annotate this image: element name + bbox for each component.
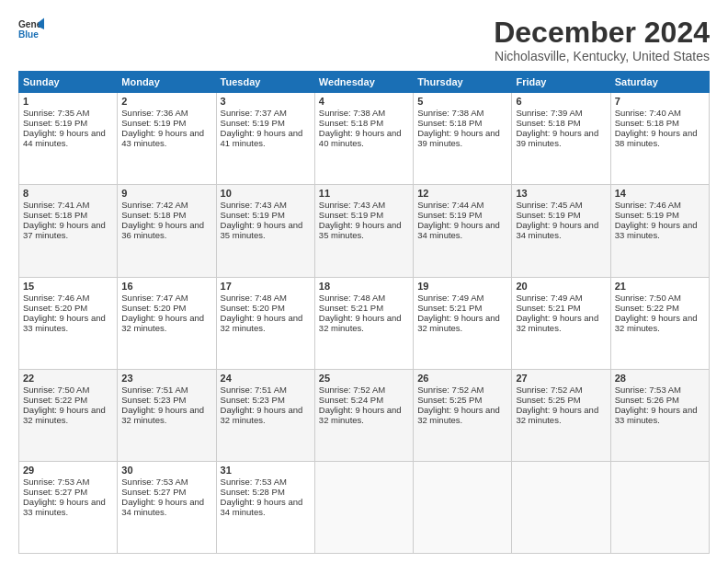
- sunrise-label: Sunrise: 7:52 AM: [516, 385, 582, 395]
- day-number: 16: [121, 281, 211, 292]
- daylight-label: Daylight: 9 hours and 32 minutes.: [516, 313, 598, 333]
- daylight-label: Daylight: 9 hours and 40 minutes.: [319, 128, 402, 148]
- day-number: 2: [121, 96, 211, 107]
- sunset-label: Sunset: 5:20 PM: [121, 303, 186, 313]
- daylight-label: Daylight: 9 hours and 38 minutes.: [615, 128, 698, 148]
- day-number: 23: [121, 373, 211, 384]
- daylight-label: Daylight: 9 hours and 35 minutes.: [319, 220, 402, 240]
- day-number: 11: [319, 188, 409, 199]
- day-number: 27: [516, 373, 606, 384]
- daylight-label: Daylight: 9 hours and 39 minutes.: [417, 128, 500, 148]
- day-number: 18: [319, 281, 409, 292]
- daylight-label: Daylight: 9 hours and 33 minutes.: [23, 497, 106, 517]
- day-number: 22: [23, 373, 113, 384]
- daylight-label: Daylight: 9 hours and 32 minutes.: [516, 405, 598, 425]
- table-row: 16Sunrise: 7:47 AMSunset: 5:20 PMDayligh…: [118, 277, 216, 369]
- sunrise-label: Sunrise: 7:48 AM: [221, 293, 287, 303]
- day-number: 12: [417, 188, 507, 199]
- sunrise-label: Sunrise: 7:49 AM: [516, 293, 582, 303]
- logo: General Blue: [18, 17, 44, 42]
- sunset-label: Sunset: 5:27 PM: [121, 487, 186, 497]
- sunrise-label: Sunrise: 7:39 AM: [516, 108, 582, 118]
- col-monday: Monday: [118, 72, 216, 93]
- calendar-week-row: 29Sunrise: 7:53 AMSunset: 5:27 PMDayligh…: [19, 461, 710, 553]
- sunrise-label: Sunrise: 7:38 AM: [319, 108, 385, 118]
- sunset-label: Sunset: 5:18 PM: [417, 118, 482, 128]
- daylight-label: Daylight: 9 hours and 32 minutes.: [319, 313, 402, 333]
- sunrise-label: Sunrise: 7:52 AM: [417, 385, 483, 395]
- day-number: 3: [221, 96, 311, 107]
- table-row: 3Sunrise: 7:37 AMSunset: 5:19 PMDaylight…: [216, 93, 314, 185]
- main-title: December 2024: [494, 17, 710, 49]
- generalblue-logo-icon: General Blue: [18, 17, 44, 42]
- sunrise-label: Sunrise: 7:50 AM: [615, 293, 681, 303]
- sunrise-label: Sunrise: 7:51 AM: [221, 385, 287, 395]
- table-row: 30Sunrise: 7:53 AMSunset: 5:27 PMDayligh…: [118, 461, 216, 553]
- table-row: 12Sunrise: 7:44 AMSunset: 5:19 PMDayligh…: [414, 185, 512, 277]
- daylight-label: Daylight: 9 hours and 39 minutes.: [516, 128, 598, 148]
- sunset-label: Sunset: 5:18 PM: [516, 118, 580, 128]
- sunrise-label: Sunrise: 7:46 AM: [23, 293, 89, 303]
- sunrise-label: Sunrise: 7:37 AM: [221, 108, 287, 118]
- sunrise-label: Sunrise: 7:47 AM: [121, 293, 188, 303]
- table-row: 10Sunrise: 7:43 AMSunset: 5:19 PMDayligh…: [216, 185, 314, 277]
- day-number: 24: [221, 373, 311, 384]
- daylight-label: Daylight: 9 hours and 32 minutes.: [319, 405, 402, 425]
- daylight-label: Daylight: 9 hours and 32 minutes.: [417, 405, 500, 425]
- table-row: [610, 461, 709, 553]
- table-row: 14Sunrise: 7:46 AMSunset: 5:19 PMDayligh…: [610, 185, 709, 277]
- day-number: 8: [23, 188, 113, 199]
- title-block: December 2024 Nicholasville, Kentucky, U…: [494, 17, 710, 63]
- daylight-label: Daylight: 9 hours and 32 minutes.: [417, 313, 500, 333]
- table-row: 29Sunrise: 7:53 AMSunset: 5:27 PMDayligh…: [19, 461, 118, 553]
- table-row: 25Sunrise: 7:52 AMSunset: 5:24 PMDayligh…: [314, 369, 413, 461]
- sunset-label: Sunset: 5:21 PM: [417, 303, 482, 313]
- sunrise-label: Sunrise: 7:35 AM: [23, 108, 89, 118]
- sunset-label: Sunset: 5:19 PM: [615, 210, 679, 220]
- day-number: 6: [516, 96, 606, 107]
- sunrise-label: Sunrise: 7:52 AM: [319, 385, 385, 395]
- table-row: 15Sunrise: 7:46 AMSunset: 5:20 PMDayligh…: [19, 277, 118, 369]
- day-number: 31: [221, 465, 311, 476]
- sunrise-label: Sunrise: 7:53 AM: [121, 477, 188, 487]
- table-row: 18Sunrise: 7:48 AMSunset: 5:21 PMDayligh…: [314, 277, 413, 369]
- daylight-label: Daylight: 9 hours and 32 minutes.: [221, 313, 303, 333]
- sunset-label: Sunset: 5:25 PM: [417, 395, 482, 405]
- col-friday: Friday: [512, 72, 610, 93]
- day-number: 15: [23, 281, 113, 292]
- daylight-label: Daylight: 9 hours and 33 minutes.: [23, 313, 106, 333]
- daylight-label: Daylight: 9 hours and 35 minutes.: [221, 220, 303, 240]
- sunrise-label: Sunrise: 7:53 AM: [615, 385, 681, 395]
- sunrise-label: Sunrise: 7:43 AM: [319, 200, 385, 210]
- day-number: 29: [23, 465, 113, 476]
- sunrise-label: Sunrise: 7:38 AM: [417, 108, 483, 118]
- sunrise-label: Sunrise: 7:43 AM: [221, 200, 287, 210]
- calendar-week-row: 15Sunrise: 7:46 AMSunset: 5:20 PMDayligh…: [19, 277, 710, 369]
- sunset-label: Sunset: 5:19 PM: [221, 210, 285, 220]
- page: General Blue December 2024 Nicholasville…: [0, 0, 728, 563]
- col-tuesday: Tuesday: [216, 72, 314, 93]
- sunrise-label: Sunrise: 7:53 AM: [23, 477, 89, 487]
- sunset-label: Sunset: 5:19 PM: [121, 118, 186, 128]
- table-row: 22Sunrise: 7:50 AMSunset: 5:22 PMDayligh…: [19, 369, 118, 461]
- sunrise-label: Sunrise: 7:48 AM: [319, 293, 385, 303]
- table-row: 13Sunrise: 7:45 AMSunset: 5:19 PMDayligh…: [512, 185, 610, 277]
- col-sunday: Sunday: [19, 72, 118, 93]
- day-number: 4: [319, 96, 409, 107]
- daylight-label: Daylight: 9 hours and 32 minutes.: [615, 313, 698, 333]
- daylight-label: Daylight: 9 hours and 37 minutes.: [23, 220, 106, 240]
- sunrise-label: Sunrise: 7:45 AM: [516, 200, 582, 210]
- table-row: 28Sunrise: 7:53 AMSunset: 5:26 PMDayligh…: [610, 369, 709, 461]
- calendar-week-row: 22Sunrise: 7:50 AMSunset: 5:22 PMDayligh…: [19, 369, 710, 461]
- sunset-label: Sunset: 5:23 PM: [221, 395, 285, 405]
- sunrise-label: Sunrise: 7:49 AM: [417, 293, 483, 303]
- sunrise-label: Sunrise: 7:40 AM: [615, 108, 681, 118]
- table-row: 2Sunrise: 7:36 AMSunset: 5:19 PMDaylight…: [118, 93, 216, 185]
- table-row: 11Sunrise: 7:43 AMSunset: 5:19 PMDayligh…: [314, 185, 413, 277]
- day-number: 19: [417, 281, 507, 292]
- day-number: 14: [615, 188, 705, 199]
- daylight-label: Daylight: 9 hours and 36 minutes.: [121, 220, 204, 240]
- sunset-label: Sunset: 5:19 PM: [23, 118, 87, 128]
- day-number: 9: [121, 188, 211, 199]
- daylight-label: Daylight: 9 hours and 32 minutes.: [121, 405, 204, 425]
